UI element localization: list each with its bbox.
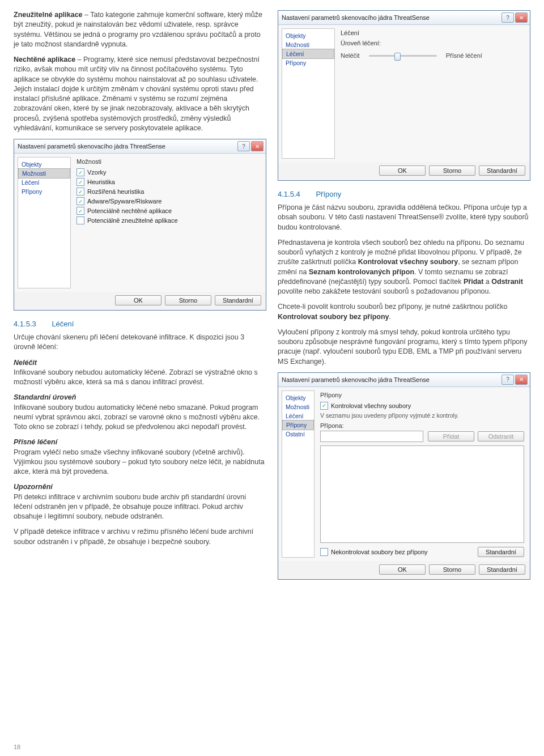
nav-item-ostatni[interactable]: Ostatní <box>282 430 314 439</box>
chk-adware[interactable]: ✓Adware/Spyware/Riskware <box>76 197 260 205</box>
chk-kontrolovat-vse[interactable]: ✓Kontrolovat všechny soubory <box>320 402 524 410</box>
nav-item-moznosti[interactable]: Možnosti <box>282 40 334 49</box>
checkbox-icon: ✓ <box>76 207 84 215</box>
nav-item-pripony[interactable]: Přípony <box>282 58 334 67</box>
para: Nechtěné aplikace – Programy, které sice… <box>14 55 266 133</box>
bold-italic: Upozornění <box>14 483 53 491</box>
group-title: Možnosti <box>76 158 260 165</box>
chk-rozsirena[interactable]: ✓Rozšířená heuristika <box>76 188 260 196</box>
pane: Přípony ✓Kontrolovat všechny soubory V s… <box>318 387 530 561</box>
chk-zneuzit[interactable]: Potenciálně zneužitelné aplikace <box>76 216 260 224</box>
checkbox-icon <box>320 548 328 556</box>
dialog-pripony: Nastavení parametrů skenovacího jádra Th… <box>278 372 530 580</box>
ok-button[interactable]: OK <box>379 165 426 176</box>
close-icon[interactable]: ✕ <box>515 12 528 23</box>
nav-item-pripony[interactable]: Přípony <box>18 187 70 196</box>
slider-right-label: Přísné léčení <box>446 52 482 59</box>
nav-item-objekty[interactable]: Objekty <box>18 160 70 169</box>
bold: Zneužitelné aplikace <box>14 11 83 19</box>
chk-vzorky[interactable]: ✓Vzorky <box>76 168 260 176</box>
close-icon[interactable]: ✕ <box>515 375 528 385</box>
nav-item-pripony[interactable]: Přípony <box>282 420 314 430</box>
dialog-leceni: Nastavení parametrů skenovacího jádra Th… <box>278 10 530 181</box>
section-heading: 4.1.5.3 Léčení <box>14 320 266 328</box>
slider[interactable] <box>369 55 437 57</box>
window-title: Nastavení parametrů skenovacího jádra Th… <box>282 376 500 383</box>
pane: Možnosti ✓Vzorky ✓Heuristika ✓Rozšířená … <box>74 154 266 292</box>
cancel-button[interactable]: Storno <box>429 564 475 575</box>
slider-left-label: Neléčit <box>341 52 360 59</box>
add-button[interactable]: Přidat <box>428 431 474 441</box>
para: Zneužitelné aplikace – Tato kategorie za… <box>14 10 266 49</box>
nav-item-leceni[interactable]: Léčení <box>282 49 334 59</box>
checkbox-icon: ✓ <box>76 188 84 196</box>
nav-item-moznosti[interactable]: Možnosti <box>18 168 70 179</box>
help-icon[interactable]: ? <box>502 12 514 23</box>
para: Neléčit Infikované soubory nebudou autom… <box>14 358 266 388</box>
cancel-button[interactable]: Storno <box>165 295 211 305</box>
checkbox-icon <box>76 216 84 224</box>
cancel-button[interactable]: Storno <box>429 165 475 176</box>
nav-list: Objekty Možnosti Léčení Přípony <box>18 157 71 288</box>
close-icon[interactable]: ✕ <box>251 141 264 151</box>
standard-button[interactable]: Standardní <box>479 165 525 176</box>
titlebar: Nastavení parametrů skenovacího jádra Th… <box>278 373 530 387</box>
chk-noext[interactable]: Nekontrolovat soubory bez přípony <box>320 548 428 556</box>
group-title: Léčení <box>341 29 524 36</box>
ok-button[interactable]: OK <box>379 564 426 575</box>
nav-item-leceni[interactable]: Léčení <box>18 178 70 187</box>
dialog-moznosti: Nastavení parametrů skenovacího jádra Th… <box>14 139 266 311</box>
para: Přednastavena je kontrola všech souborů … <box>278 238 530 297</box>
bold: Nechtěné aplikace <box>14 56 75 63</box>
para: Přísné léčení Program vyléčí nebo smaže … <box>14 438 266 477</box>
section-heading: 4.1.5.4 Přípony <box>278 190 530 198</box>
para: Chcete-li povolit kontrolu souborů bez p… <box>278 302 530 322</box>
section-title: Léčení <box>52 320 74 328</box>
section-number: 4.1.5.3 <box>14 320 36 328</box>
standard-button[interactable]: Standardní <box>215 295 261 305</box>
para: V případě detekce infiltrace v archivu v… <box>14 527 266 547</box>
standard-button[interactable]: Standardní <box>478 547 524 557</box>
extension-input[interactable] <box>320 431 423 442</box>
note: V seznamu jsou uvedeny přípony vyjmuté z… <box>320 412 524 419</box>
checkbox-icon: ✓ <box>76 178 84 186</box>
para: Standardní úroveň Infikované soubory bud… <box>14 393 266 432</box>
group-title: Přípony <box>320 392 524 398</box>
bold-italic: Přísné léčení <box>14 438 57 446</box>
nav-item-objekty[interactable]: Objekty <box>282 393 314 402</box>
nav-item-objekty[interactable]: Objekty <box>282 31 334 40</box>
titlebar: Nastavení parametrů skenovacího jádra Th… <box>278 11 530 25</box>
help-icon[interactable]: ? <box>502 375 514 385</box>
nav-item-moznosti[interactable]: Možnosti <box>282 402 314 411</box>
pane: Léčení Úroveň léčení: Neléčit Přísné léč… <box>338 25 530 162</box>
para: Vyloučení přípony z kontroly má smysl te… <box>278 328 530 367</box>
label: Přípona: <box>320 422 524 429</box>
para: Upozornění Při detekci infiltrace v arch… <box>14 482 266 521</box>
nav-list: Objekty Možnosti Léčení Přípony <box>282 28 335 159</box>
chk-heuristika[interactable]: ✓Heuristika <box>76 178 260 186</box>
label: Úroveň léčení: <box>341 40 524 46</box>
checkbox-icon: ✓ <box>76 197 84 205</box>
chk-pua[interactable]: ✓Potenciálně nechtěné aplikace <box>76 207 260 215</box>
ok-button[interactable]: OK <box>115 295 162 305</box>
remove-button[interactable]: Odstranit <box>478 431 524 441</box>
checkbox-icon: ✓ <box>76 168 84 176</box>
checkbox-icon: ✓ <box>320 402 328 410</box>
bold-italic: Standardní úroveň <box>14 393 76 401</box>
slider-thumb[interactable] <box>394 53 401 61</box>
window-title: Nastavení parametrů skenovacího jádra Th… <box>18 143 236 150</box>
nav-item-leceni[interactable]: Léčení <box>282 411 314 421</box>
section-title: Přípony <box>316 190 341 198</box>
standard-button[interactable]: Standardní <box>479 564 525 575</box>
para: Určuje chování skeneru při léčení deteko… <box>14 333 266 352</box>
extensions-listbox[interactable] <box>320 445 524 543</box>
nav-list: Objekty Možnosti Léčení Přípony Ostatní <box>282 390 314 558</box>
para: Přípona je část názvu souboru, zpravidla… <box>278 203 530 232</box>
bold-italic: Neléčit <box>14 359 37 367</box>
titlebar: Nastavení parametrů skenovacího jádra Th… <box>14 139 266 154</box>
window-title: Nastavení parametrů skenovacího jádra Th… <box>282 14 500 21</box>
section-number: 4.1.5.4 <box>278 190 300 198</box>
help-icon[interactable]: ? <box>237 141 250 151</box>
